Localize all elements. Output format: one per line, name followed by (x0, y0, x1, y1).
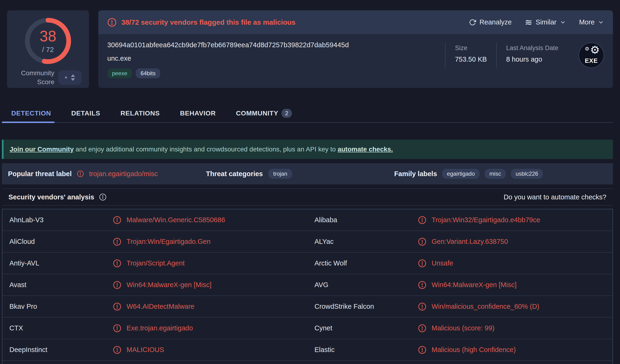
detection-result: Trojan/Script.Agent (126, 259, 185, 267)
file-hash[interactable]: 30694a0101abfeea642cb9de7fb7eb66789eea74… (107, 41, 349, 49)
vendor-name: CrowdStrike Falcon (307, 303, 418, 310)
detection-result: Win/malicious_confidence_60% (D) (432, 303, 539, 310)
gear-icon: ⚙ (590, 45, 600, 55)
similar-icon: ≋ (525, 18, 532, 27)
vendor-name: Elastic (307, 346, 418, 354)
file-header-body: 30694a0101abfeea642cb9de7fb7eb66789eea74… (98, 34, 613, 88)
tab-community[interactable]: COMMUNITY 2 (236, 109, 292, 118)
banner-text: and enjoy additional community insights … (74, 146, 338, 153)
tab-behavior[interactable]: BEHAVIOR (180, 110, 216, 117)
more-button[interactable]: More (579, 18, 604, 26)
detection-result: Win64:MalwareX-gen [Misc] (126, 281, 211, 289)
last-analysis-value: 8 hours ago (506, 56, 558, 63)
alert-circle-icon (107, 18, 117, 27)
last-analysis-label: Last Analysis Date (506, 45, 558, 52)
vote-up-icon[interactable] (71, 74, 75, 77)
vendors-table: AhnLab-V3 Malware/Win.Generic.C5850686 A… (2, 209, 613, 364)
table-row: Avast Win64:MalwareX-gen [Misc] AVG Win6… (2, 274, 612, 296)
tab-detection[interactable]: DETECTION (11, 110, 51, 117)
refresh-icon (469, 19, 476, 26)
size-block: Size 753.50 KB (445, 43, 496, 68)
detection-flag-bar: 38/72 security vendors flagged this file… (98, 10, 613, 34)
join-community-banner: Join our Community and enjoy additional … (2, 140, 613, 159)
vendor-name: AliCloud (2, 238, 113, 245)
file-header-card: 38/72 security vendors flagged this file… (98, 10, 613, 88)
last-analysis-block: Last Analysis Date 8 hours ago (496, 43, 568, 68)
alert-circle-icon (113, 303, 121, 311)
table-row: Antiy-AVL Trojan/Script.Agent Arctic Wol… (2, 253, 612, 274)
detection-result: MALICIOUS (126, 346, 164, 354)
alert-circle-icon (418, 281, 426, 289)
vote-arrows-icon[interactable] (71, 74, 75, 81)
reanalyze-button[interactable]: Reanalyze (469, 18, 512, 26)
alert-circle-icon (418, 259, 426, 268)
exe-badge-label: EXE (585, 57, 598, 64)
file-name[interactable]: unc.exe (107, 55, 349, 62)
detection-result: Exe.trojan.egairtigado (126, 324, 193, 332)
detection-result: Win64:MalwareX-gen [Misc] (432, 281, 516, 289)
tag-64bits[interactable]: 64bits (136, 68, 160, 78)
reanalyze-label: Reanalyze (479, 18, 512, 26)
threat-label-value[interactable]: trojan.egairtigado/misc (89, 170, 158, 178)
score-gauge: 38 / 72 (24, 17, 72, 65)
alert-circle-icon (418, 346, 426, 354)
automate-checks-question[interactable]: Do you want to automate checks? (504, 193, 606, 201)
vendor-name: DeepInstinct (2, 346, 113, 354)
table-row: AliCloud Trojan:Win/Egairtigado.Gen ALYa… (2, 231, 612, 253)
vendor-name: Avast (2, 281, 113, 289)
detection-result: Malware/Win.Generic.C5850686 (126, 216, 225, 224)
similar-button[interactable]: ≋ Similar (525, 18, 566, 27)
similar-label: Similar (536, 18, 557, 26)
size-label: Size (455, 45, 487, 52)
top-row: 38 / 72 Community Score 38/72 security v… (7, 10, 613, 88)
family-label-pill[interactable]: usblc226 (511, 169, 543, 179)
detection-result: Gen:Variant.Lazy.638750 (432, 238, 508, 245)
detection-result: Trojan:Win/Egairtigado.Gen (126, 238, 211, 245)
family-label-pill[interactable]: misc (485, 169, 506, 179)
vendor-name: Cynet (307, 324, 418, 332)
alert-circle-icon (418, 303, 426, 311)
info-icon[interactable] (99, 193, 107, 201)
filetype-exe-icon: ⚙ ⚙ EXE (579, 43, 604, 68)
tab-relations[interactable]: RELATIONS (120, 110, 160, 117)
automate-checks-link[interactable]: automate checks. (338, 146, 393, 153)
threat-category-pill[interactable]: trojan (268, 169, 292, 179)
alert-circle-icon (113, 346, 121, 354)
vote-dot-icon (65, 76, 67, 78)
chevron-down-icon (598, 19, 604, 25)
alert-circle-icon (418, 324, 426, 333)
vendor-name: Antiy-AVL (2, 259, 113, 267)
tag-peexe[interactable]: peexe (107, 68, 132, 78)
score-total: / 72 (42, 46, 54, 54)
vendor-name: Arctic Wolf (307, 259, 418, 267)
table-row: Bkav Pro W64.AIDetectMalware CrowdStrike… (2, 296, 612, 318)
table-row: CTX Exe.trojan.egairtigado Cynet Malicio… (2, 318, 612, 339)
chevron-down-icon (560, 19, 566, 25)
table-row: AhnLab-V3 Malware/Win.Generic.C5850686 A… (2, 209, 612, 231)
alert-circle-icon (113, 281, 121, 289)
tab-details[interactable]: DETAILS (71, 110, 100, 117)
size-value: 753.50 KB (455, 56, 487, 63)
vendor-name: Bkav Pro (2, 303, 113, 310)
alert-circle-icon (418, 216, 426, 224)
vendor-name: CTX (2, 324, 113, 332)
family-labels-label: Family labels (394, 170, 437, 178)
vendors-analysis-header: Security vendors' analysis Do you want t… (2, 189, 613, 206)
gear-icon: ⚙ (585, 46, 589, 51)
vendor-name: ALYac (307, 238, 418, 245)
vote-down-icon[interactable] (71, 78, 75, 81)
detection-result: Trojan:Win32/Egairtigado.e4bb79ce (432, 216, 540, 224)
more-label: More (579, 18, 595, 26)
tab-bar: DETECTION DETAILS RELATIONS BEHAVIOR COM… (2, 104, 613, 123)
vendor-name: AVG (307, 281, 418, 289)
detection-result: Malicious (high Confidence) (432, 346, 516, 354)
community-count-badge: 2 (281, 109, 292, 118)
alert-circle-icon (77, 170, 84, 177)
alert-circle-icon (113, 259, 121, 268)
family-label-pill[interactable]: egairtigado (442, 169, 480, 179)
vote-widget[interactable] (58, 70, 82, 85)
table-row: DeepInstinct MALICIOUS Elastic Malicious… (2, 339, 612, 361)
community-score-label: Community Score (14, 69, 54, 87)
join-community-link[interactable]: Join our Community (10, 146, 74, 153)
popular-threat-label: Popular threat label (8, 170, 72, 178)
